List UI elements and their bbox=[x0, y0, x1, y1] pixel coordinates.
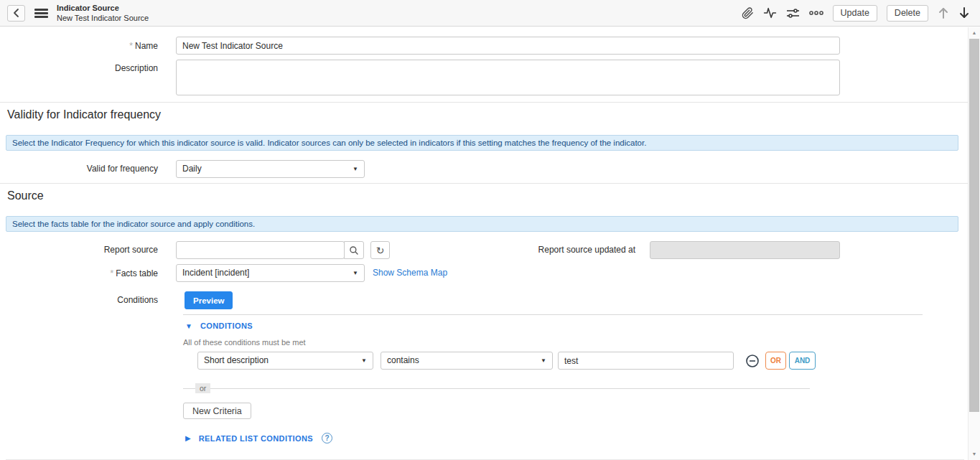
personalize-form-button[interactable] bbox=[786, 8, 800, 19]
arrow-up-icon bbox=[938, 6, 949, 19]
delete-button[interactable]: Delete bbox=[887, 5, 928, 22]
select-caret-icon: ▼ bbox=[353, 161, 358, 177]
report-source-label: Report source bbox=[0, 241, 158, 255]
or-condition-button[interactable]: OR bbox=[765, 352, 786, 370]
divider-line bbox=[183, 388, 810, 389]
next-record-button[interactable] bbox=[958, 6, 970, 19]
valid-for-frequency-label: Valid for frequency bbox=[0, 160, 158, 174]
facts-table-label: *Facts table bbox=[0, 264, 158, 278]
related-list-conditions-label: RELATED LIST CONDITIONS bbox=[199, 434, 313, 443]
valid-for-frequency-select[interactable]: Daily ▼ bbox=[176, 160, 365, 178]
conditions-row: Conditions Preview bbox=[0, 291, 840, 309]
help-icon[interactable]: ? bbox=[322, 433, 332, 443]
required-icon: * bbox=[110, 268, 113, 278]
context-menu-icon[interactable] bbox=[34, 9, 48, 18]
activity-stream-button[interactable] bbox=[763, 7, 777, 19]
condition-row: Short description ▼ contains ▼ OR AND bbox=[183, 352, 968, 370]
conditions-label: Conditions bbox=[0, 291, 158, 305]
paperclip-icon bbox=[742, 7, 754, 19]
and-condition-button[interactable]: AND bbox=[789, 352, 816, 370]
description-field-row: Description bbox=[0, 60, 840, 95]
description-textarea[interactable] bbox=[176, 60, 840, 95]
more-options-icon bbox=[809, 10, 823, 16]
select-caret-icon: ▼ bbox=[361, 352, 367, 369]
name-label: *Name bbox=[0, 37, 158, 51]
report-source-updated-input bbox=[650, 241, 840, 259]
related-list-conditions-toggle[interactable]: ▶ RELATED LIST CONDITIONS ? bbox=[183, 433, 968, 443]
header-actions: Update Delete bbox=[742, 5, 970, 22]
select-caret-icon: ▼ bbox=[541, 352, 546, 369]
name-input[interactable] bbox=[176, 37, 840, 55]
report-source-updated-label: Report source updated at bbox=[538, 241, 635, 255]
conditions-divider bbox=[183, 314, 923, 315]
new-criteria-button[interactable]: New Criteria bbox=[183, 403, 251, 419]
minus-circle-icon bbox=[745, 354, 760, 368]
conditions-section-label: CONDITIONS bbox=[200, 321, 253, 330]
facts-table-row: *Facts table Incident [incident] ▼ Show … bbox=[0, 264, 840, 282]
condition-operator-select[interactable]: contains ▼ bbox=[381, 352, 553, 370]
show-schema-map-link[interactable]: Show Schema Map bbox=[373, 264, 447, 282]
chevron-left-icon bbox=[12, 8, 21, 18]
triangle-right-icon: ▶ bbox=[185, 434, 191, 442]
record-title-block: Indicator Source New Test Indicator Sour… bbox=[57, 4, 149, 22]
vertical-scrollbar[interactable]: ▲ ▼ bbox=[968, 27, 980, 460]
validity-info-message: Select the Indicator Frequency for which… bbox=[6, 135, 958, 151]
or-divider: or bbox=[183, 383, 810, 394]
search-icon bbox=[349, 245, 359, 255]
preview-button[interactable]: Preview bbox=[185, 291, 233, 309]
conditions-match-text: All of these conditions must be met bbox=[183, 338, 968, 347]
scroll-down-icon[interactable]: ▼ bbox=[969, 449, 980, 459]
condition-value-input[interactable] bbox=[558, 352, 734, 370]
report-source-input[interactable] bbox=[176, 241, 345, 259]
source-info-message: Select the facts table for the indicator… bbox=[6, 216, 958, 232]
report-source-refresh-button[interactable]: ↻ bbox=[370, 241, 390, 259]
valid-for-frequency-row: Valid for frequency Daily ▼ bbox=[0, 160, 840, 178]
sliders-icon bbox=[786, 8, 800, 19]
select-caret-icon: ▼ bbox=[353, 265, 358, 281]
indicator-source-form-page: Indicator Source New Test Indicator Sour… bbox=[0, 0, 980, 460]
facts-table-select[interactable]: Incident [incident] ▼ bbox=[176, 264, 365, 282]
previous-record-button[interactable] bbox=[938, 6, 949, 19]
record-name-subtitle: New Test Indicator Source bbox=[57, 14, 149, 22]
required-icon: * bbox=[129, 40, 133, 51]
validity-section-title: Validity for Indicator frequency bbox=[0, 103, 968, 122]
description-label: Description bbox=[0, 60, 158, 73]
conditions-section-toggle[interactable]: ▼ CONDITIONS bbox=[183, 321, 968, 330]
back-button[interactable] bbox=[7, 5, 25, 22]
arrow-down-icon bbox=[958, 6, 970, 19]
name-field-row: *Name bbox=[0, 37, 840, 55]
activity-pulse-icon bbox=[763, 7, 777, 19]
report-source-updated-group: Report source updated at bbox=[538, 241, 840, 259]
update-button[interactable]: Update bbox=[833, 5, 877, 22]
report-source-row: Report source ↻ Report source updated at bbox=[0, 241, 840, 259]
scrollbar-thumb[interactable] bbox=[969, 39, 979, 412]
attachments-button[interactable] bbox=[742, 7, 754, 19]
condition-field-select[interactable]: Short description ▼ bbox=[197, 352, 373, 370]
record-type-title: Indicator Source bbox=[57, 4, 149, 12]
triangle-down-icon: ▼ bbox=[185, 322, 192, 330]
condition-builder: ▼ CONDITIONS All of these conditions mus… bbox=[183, 321, 968, 443]
form-header-bar: Indicator Source New Test Indicator Sour… bbox=[0, 0, 980, 27]
report-source-lookup-button[interactable] bbox=[344, 241, 364, 259]
remove-condition-button[interactable] bbox=[745, 354, 760, 368]
or-divider-label: or bbox=[195, 383, 210, 393]
refresh-icon: ↻ bbox=[376, 245, 385, 256]
source-section-title: Source bbox=[0, 184, 968, 203]
form-body: *Name Description Validity for Indicator… bbox=[0, 27, 968, 460]
scroll-up-icon[interactable]: ▲ bbox=[969, 28, 980, 38]
more-options-button[interactable] bbox=[809, 10, 823, 16]
